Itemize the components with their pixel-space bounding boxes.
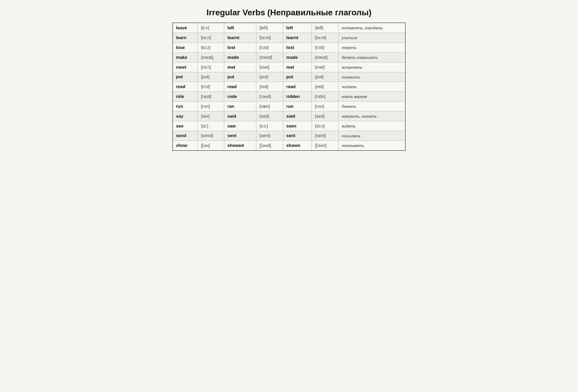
base-phonetic: [meɪk] (198, 53, 224, 62)
base-phonetic: [luːz] (198, 43, 224, 53)
translation: видеть (339, 121, 405, 131)
base-phonetic: [raɪd] (198, 92, 224, 102)
past-simple: read (224, 82, 256, 92)
past-participle: run (283, 102, 312, 111)
past-participle: made (283, 53, 312, 62)
past-participle: learnt (283, 33, 312, 43)
table-row: read [riːd] read [red] read [red] читать (173, 82, 405, 92)
past-participle: said (283, 111, 312, 121)
base-phonetic: [riːd] (198, 82, 224, 92)
past-phonetic: [put] (256, 72, 283, 82)
translation: делать совершать (339, 53, 405, 62)
base-phonetic: [liːv] (198, 23, 224, 33)
table-row: put [put] put [put] put [put] положить (173, 72, 405, 82)
table-row: meet [miːt] met [met] met [met] встречат… (173, 62, 405, 72)
base-verb: meet (173, 62, 198, 72)
past-phonetic: [ʃəud] (256, 141, 283, 151)
past-phonetic: [red] (256, 82, 283, 92)
translation: положить (339, 72, 405, 82)
past-phonetic: [ræn] (256, 102, 283, 111)
base-phonetic: [ləːn] (198, 33, 224, 43)
past-simple: showed (224, 141, 256, 151)
past-phonetic: [meɪd] (256, 53, 283, 62)
pp-phonetic: [lɔst] (312, 43, 339, 53)
past-simple: said (224, 111, 256, 121)
translation: ехать верхом (339, 92, 405, 102)
pp-phonetic: [meɪd] (312, 53, 339, 62)
translation: бежать (339, 102, 405, 111)
translation: читать (339, 82, 405, 92)
past-simple: saw (224, 121, 256, 131)
translation: показывать (339, 141, 405, 151)
base-verb: read (173, 82, 198, 92)
past-phonetic: [rəud] (256, 92, 283, 102)
page-container: Irregular Verbs (Неправильные глаголы) l… (172, 8, 406, 151)
table-row: say [seɪ] said [sed] said [sed] говорить… (173, 111, 405, 121)
translation: говорить, сказать (339, 111, 405, 121)
page-title: Irregular Verbs (Неправильные глаголы) (172, 8, 406, 17)
base-verb: ride (173, 92, 198, 102)
past-participle: sent (283, 131, 312, 141)
pp-phonetic: [put] (312, 72, 339, 82)
pp-phonetic: [left] (312, 23, 339, 33)
past-simple: ran (224, 102, 256, 111)
base-phonetic: [miːt] (198, 62, 224, 72)
past-phonetic: [ləːnt] (256, 33, 283, 43)
past-phonetic: [met] (256, 62, 283, 72)
past-phonetic: [sɔː] (256, 121, 283, 131)
base-phonetic: [siː] (198, 121, 224, 131)
base-phonetic: [rʌn] (198, 102, 224, 111)
base-verb: learn (173, 33, 198, 43)
base-verb: see (173, 121, 198, 131)
past-phonetic: [sent] (256, 131, 283, 141)
past-simple: sent (224, 131, 256, 141)
past-simple: learnt (224, 33, 256, 43)
past-simple: met (224, 62, 256, 72)
past-participle: put (283, 72, 312, 82)
past-participle: ridden (283, 92, 312, 102)
base-phonetic: [ʃəu] (198, 141, 224, 151)
pp-phonetic: [ʃəun] (312, 141, 339, 151)
base-verb: run (173, 102, 198, 111)
pp-phonetic: [ləːnt] (312, 33, 339, 43)
past-phonetic: [left] (256, 23, 283, 33)
past-participle: left (283, 23, 312, 33)
base-phonetic: [seɪ] (198, 111, 224, 121)
translation: терять (339, 43, 405, 53)
past-participle: seen (283, 121, 312, 131)
past-simple: lost (224, 43, 256, 53)
base-phonetic: [put] (198, 72, 224, 82)
past-participle: read (283, 82, 312, 92)
pp-phonetic: [sed] (312, 111, 339, 121)
table-row: show [ʃəu] showed [ʃəud] shown [ʃəun] по… (173, 141, 405, 151)
table-row: run [rʌn] ran [ræn] run [rʌn] бежать (173, 102, 405, 111)
pp-phonetic: [red] (312, 82, 339, 92)
past-participle: lost (283, 43, 312, 53)
past-simple: put (224, 72, 256, 82)
translation: встречать (339, 62, 405, 72)
table-row: lose [luːz] lost [lɔst] lost [lɔst] теря… (173, 43, 405, 53)
base-verb: send (173, 131, 198, 141)
past-simple: made (224, 53, 256, 62)
base-verb: leave (173, 23, 198, 33)
pp-phonetic: [siːn] (312, 121, 339, 131)
past-simple: left (224, 23, 256, 33)
translation: учиться (339, 33, 405, 43)
table-row: see [siː] saw [sɔː] seen [siːn] видеть (173, 121, 405, 131)
pp-phonetic: [met] (312, 62, 339, 72)
pp-phonetic: [sent] (312, 131, 339, 141)
base-phonetic: [send] (198, 131, 224, 141)
table-row: ride [raɪd] rode [rəud] ridden [rɪdn] ех… (173, 92, 405, 102)
pp-phonetic: [rʌn] (312, 102, 339, 111)
table-row: send [send] sent [sent] sent [sent] посы… (173, 131, 405, 141)
past-phonetic: [sed] (256, 111, 283, 121)
verbs-table: leave [liːv] left [left] left [left] ост… (172, 23, 406, 151)
translation: оставлять, покидать (339, 23, 405, 33)
translation: посылать (339, 131, 405, 141)
past-participle: met (283, 62, 312, 72)
base-verb: make (173, 53, 198, 62)
base-verb: show (173, 141, 198, 151)
past-participle: shown (283, 141, 312, 151)
table-row: make [meɪk] made [meɪd] made [meɪd] дела… (173, 53, 405, 62)
pp-phonetic: [rɪdn] (312, 92, 339, 102)
